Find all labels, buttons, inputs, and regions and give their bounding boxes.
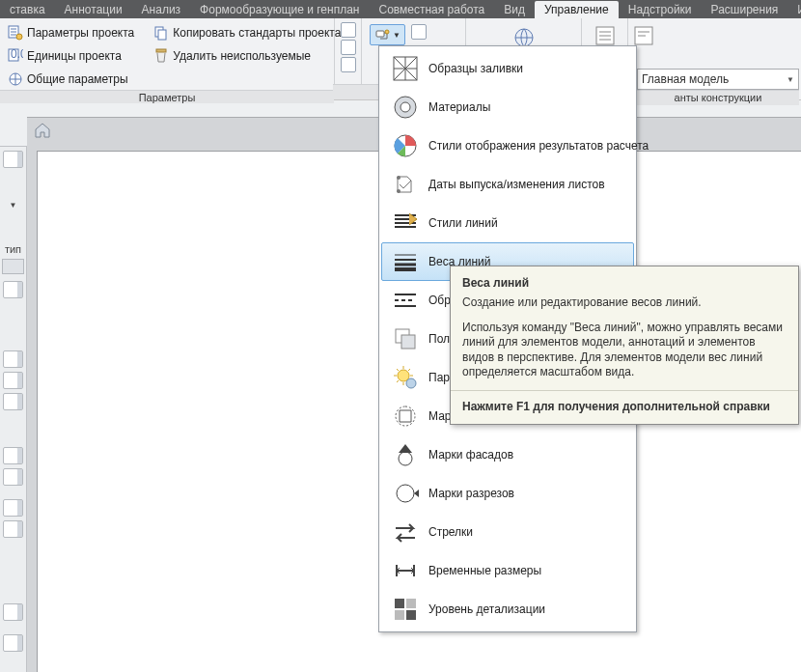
menu-arrowheads[interactable]: Стрелки: [381, 513, 634, 551]
variants-icon[interactable]: [634, 26, 653, 45]
svg-rect-29: [406, 610, 416, 620]
dock-header-cell[interactable]: [2, 259, 24, 274]
tab-insert[interactable]: ставка: [0, 1, 55, 18]
menu-line-styles[interactable]: Стили линий: [381, 204, 634, 242]
label: Уровень детализации: [428, 602, 545, 616]
small-btn-1[interactable]: [411, 24, 427, 40]
tab-extensions[interactable]: Расширения: [702, 1, 788, 18]
menu-materials[interactable]: Материалы: [381, 88, 634, 126]
project-units-icon: 0.0: [8, 48, 23, 64]
misc-btn-1[interactable]: [341, 22, 356, 38]
svg-point-17: [397, 176, 400, 180]
menu-sheet-dates[interactable]: Даты выпуска/изменения листов: [381, 165, 634, 204]
misc-btn-2[interactable]: [341, 40, 356, 55]
svg-rect-28: [395, 610, 404, 620]
tab-annotations[interactable]: Аннотации: [55, 1, 132, 18]
svg-text:0.0: 0.0: [11, 48, 23, 61]
menu-section-tags[interactable]: Марки разрезов: [381, 474, 634, 513]
panel-parameters: Параметры проекта 0.0 Единицы проекта Об…: [0, 18, 335, 99]
svg-point-22: [406, 378, 416, 388]
line-patterns-icon: [392, 287, 419, 314]
tab-view[interactable]: Вид: [494, 1, 535, 18]
svg-rect-23: [396, 406, 415, 426]
tab-cut[interactable]: И: [787, 1, 801, 18]
label: Стили отображения результатов расчета: [428, 139, 649, 153]
label: Копировать стандарты проекта: [173, 26, 341, 40]
dock-slot[interactable]: [3, 447, 23, 464]
panel-right: Главная модель ▼ анты конструкции: [637, 69, 801, 105]
dock-slot[interactable]: [3, 499, 23, 517]
dock-slot[interactable]: [3, 281, 23, 298]
sun-icon: [392, 364, 419, 391]
svg-point-25: [397, 485, 414, 502]
project-parameters-icon: [8, 25, 23, 41]
fill-patterns-icon: [392, 55, 419, 82]
dock-slot[interactable]: [3, 151, 23, 168]
arrowheads-icon: [392, 518, 419, 546]
label: Удалить неиспользуемые: [173, 49, 311, 63]
menu-analysis-styles[interactable]: Стили отображения результатов расчета: [381, 126, 634, 165]
btn-shared-parameters[interactable]: Общие параметры: [6, 69, 136, 90]
tab-addins[interactable]: Надстройки: [619, 1, 702, 18]
dock-slot[interactable]: [3, 603, 23, 621]
additional-settings-dropdown[interactable]: ▼: [370, 24, 405, 45]
paint-settings-icon: [374, 27, 390, 42]
menu-temp-dims[interactable]: Временные размеры: [381, 551, 634, 590]
ribbon-tabs: ставка Аннотации Анализ Формообразующие …: [0, 0, 801, 18]
btn-copy-standards[interactable]: Копировать стандарты проекта: [152, 22, 343, 43]
chevron-down-icon: ▼: [393, 31, 400, 40]
analysis-styles-icon: [392, 132, 419, 159]
svg-rect-26: [395, 599, 404, 608]
btn-project-units[interactable]: 0.0 Единицы проекта: [6, 45, 136, 67]
label: Образцы заливки: [428, 62, 523, 75]
dock-slot[interactable]: [3, 468, 23, 486]
svg-rect-20: [401, 335, 415, 349]
svg-point-24: [399, 452, 412, 465]
svg-rect-6: [158, 30, 166, 40]
dock-label: тип: [0, 243, 26, 255]
dock-slot[interactable]: [3, 634, 23, 652]
callout-tag-icon: [392, 403, 419, 430]
panel-title: анты конструкции: [637, 90, 799, 105]
dock-slot[interactable]: [3, 372, 23, 389]
svg-point-18: [397, 189, 400, 193]
left-dock: ▼ тип: [0, 146, 27, 672]
label: Марки фасадов: [428, 448, 513, 462]
tab-collab[interactable]: Совместная работа: [369, 1, 494, 18]
btn-project-parameters[interactable]: Параметры проекта: [6, 22, 136, 43]
btn-purge-unused[interactable]: Удалить неиспользуемые: [152, 45, 343, 67]
misc-btn-3[interactable]: [341, 57, 356, 72]
panel-title: Параметры: [0, 90, 334, 103]
svg-rect-7: [156, 49, 166, 52]
label: Даты выпуска/изменения листов: [428, 178, 605, 191]
menu-fill-patterns[interactable]: Образцы заливки: [381, 49, 634, 88]
tooltip: Веса линий Создание или редактирование в…: [450, 266, 799, 425]
home-view-icon[interactable]: [33, 120, 52, 139]
line-weights-icon: [392, 248, 419, 275]
chevron-down-icon: ▼: [787, 75, 794, 84]
detail-level-icon: [392, 596, 419, 623]
materials-icon: [392, 94, 419, 121]
chevron-down-icon[interactable]: ▼: [0, 201, 26, 210]
dock-slot[interactable]: [3, 393, 23, 410]
svg-rect-27: [406, 599, 416, 608]
label: Марки разрезов: [428, 487, 514, 500]
menu-elevation-tags[interactable]: Марки фасадов: [381, 435, 634, 474]
shared-parameters-icon: [8, 71, 23, 87]
elevation-tag-icon: [392, 441, 419, 468]
dock-slot[interactable]: [3, 520, 23, 538]
copy-standards-icon: [153, 25, 169, 41]
section-tag-icon: [392, 480, 419, 507]
label: Временные размеры: [428, 564, 541, 577]
line-styles-icon: [392, 210, 419, 237]
tab-analysis[interactable]: Анализ: [132, 1, 191, 18]
label: Материалы: [428, 100, 490, 114]
label: Общие параметры: [27, 72, 128, 86]
variant-combo[interactable]: Главная модель ▼: [637, 69, 799, 90]
tab-manage[interactable]: Управление: [535, 1, 619, 18]
menu-detail-level[interactable]: Уровень детализации: [381, 590, 634, 629]
dock-slot[interactable]: [3, 350, 23, 368]
tooltip-footer: Нажмите F1 для получения дополнительной …: [462, 399, 787, 414]
tab-massing[interactable]: Формообразующие и генплан: [190, 1, 369, 18]
list-icon[interactable]: [595, 26, 615, 45]
